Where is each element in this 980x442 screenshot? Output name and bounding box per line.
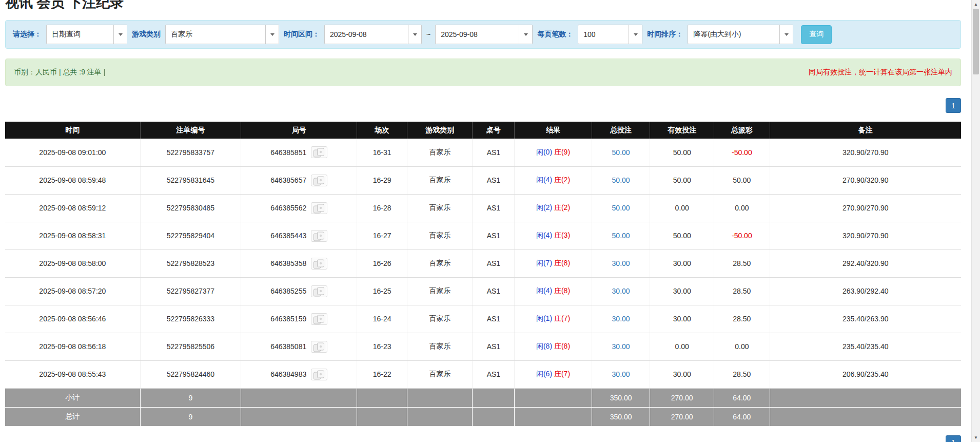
round-result-icon[interactable]: [311, 202, 327, 214]
date-from-input[interactable]: 2025-09-08: [324, 25, 422, 44]
cell-bet-id: 522795825506: [140, 333, 241, 360]
cell-note: 270.90/270.90: [770, 194, 961, 222]
cell-session: 16-27: [357, 222, 407, 249]
result-banker: 庄(7): [554, 314, 570, 322]
page-size-select[interactable]: 100: [578, 25, 642, 44]
cell-result: 闲(6) 庄(7): [515, 360, 592, 388]
cell-session: 16-23: [357, 333, 407, 360]
cell-table-id: AS1: [473, 277, 515, 305]
cell-payout: 28.50: [714, 277, 770, 305]
scrollbar-thumb[interactable]: [973, 9, 979, 74]
round-result-icon[interactable]: [311, 258, 327, 270]
page-title: 视讯 会员 下注纪录: [5, 0, 961, 9]
chevron-down-icon[interactable]: [779, 25, 793, 44]
cell-valid-bet: 50.00: [650, 166, 714, 194]
vertical-scrollbar[interactable]: ▲ ▼: [971, 0, 980, 442]
time-range-label: 时间区间：: [284, 30, 320, 39]
result-player: 闲(8): [536, 342, 552, 350]
cell-round: 646385851: [241, 139, 357, 166]
cell-session: 16-29: [357, 166, 407, 194]
round-result-icon[interactable]: [311, 341, 327, 353]
cell-time: 2025-09-08 08:56:18: [5, 333, 140, 360]
bet-record-row: 2025-09-08 08:56:46522795826333646385159…: [5, 305, 961, 333]
page-title-clip: 视讯 会员 下注纪录: [5, 0, 961, 9]
cell-game-type: 百家乐: [407, 333, 473, 360]
cell-round: 646385081: [241, 333, 357, 360]
cell-payout: 0.00: [714, 194, 770, 222]
scroll-up-icon[interactable]: ▲: [972, 0, 980, 9]
chevron-down-icon[interactable]: [408, 25, 421, 44]
sort-order-select[interactable]: 降幂(由大到小): [688, 25, 793, 44]
round-number: 646385562: [270, 204, 306, 212]
total-bet-link[interactable]: 50.00: [612, 204, 630, 212]
round-result-icon[interactable]: [311, 175, 327, 186]
cell-game-type: 百家乐: [407, 249, 473, 277]
chevron-down-icon[interactable]: [629, 25, 642, 44]
bet-record-row: 2025-09-08 08:59:12522795830485646385562…: [5, 194, 961, 222]
round-result-icon[interactable]: [311, 230, 327, 242]
cell-result: 闲(4) 庄(2): [515, 166, 592, 194]
cell-note: 263.90/292.40: [770, 277, 961, 305]
query-type-select[interactable]: 日期查询: [46, 25, 127, 44]
cell-payout: 28.50: [714, 305, 770, 333]
cell-bet-id: 522795830485: [140, 194, 241, 222]
pagination-top: 1: [5, 98, 961, 113]
cell-total-bet: 50.00: [592, 222, 650, 249]
total-bet-link[interactable]: 50.00: [612, 232, 630, 240]
result-player: 闲(0): [536, 148, 552, 156]
subtotal-row: 小计9350.00270.0064.00: [5, 388, 961, 407]
game-type-value: 百家乐: [166, 25, 265, 44]
sort-order-value: 降幂(由大到小): [688, 25, 779, 44]
cell-total-bet: 30.00: [592, 305, 650, 333]
round-result-icon[interactable]: [311, 369, 327, 380]
cell-result: 闲(4) 庄(8): [515, 277, 592, 305]
round-result-icon[interactable]: [311, 146, 327, 158]
bet-record-row: 2025-09-08 09:01:00522795833757646385851…: [5, 139, 961, 166]
grand-total-row: 总计9350.00270.0064.00: [5, 407, 961, 426]
result-player: 闲(6): [536, 370, 552, 378]
result-banker: 庄(7): [554, 370, 570, 378]
total-bet-link[interactable]: 30.00: [612, 370, 630, 378]
cell-time: 2025-09-08 08:56:46: [5, 305, 140, 333]
cell-total-bet: 30.00: [592, 249, 650, 277]
cell-note: 206.90/235.40: [770, 360, 961, 388]
cell-valid-bet: 30.00: [650, 249, 714, 277]
summary-payout: 64.00: [714, 388, 770, 407]
search-button[interactable]: 查询: [801, 25, 832, 44]
cell-note: 320.90/270.90: [770, 139, 961, 166]
total-bet-link[interactable]: 50.00: [612, 176, 630, 184]
cell-bet-id: 522795826333: [140, 305, 241, 333]
total-bet-link[interactable]: 30.00: [612, 342, 630, 351]
cell-time: 2025-09-08 08:59:12: [5, 194, 140, 222]
summary-count: 9: [140, 388, 241, 407]
chevron-down-icon[interactable]: [113, 25, 127, 44]
cell-total-bet: 30.00: [592, 277, 650, 305]
round-result-icon[interactable]: [311, 313, 327, 325]
column-header: 注单编号: [140, 122, 241, 139]
total-bet-link[interactable]: 30.00: [612, 259, 630, 267]
summary-count: 9: [140, 407, 241, 426]
column-header: 有效投注: [650, 122, 714, 139]
total-bet-link[interactable]: 50.00: [612, 148, 630, 157]
page-1-button[interactable]: 1: [946, 435, 961, 442]
cell-bet-id: 522795831645: [140, 166, 241, 194]
scroll-down-icon[interactable]: ▼: [972, 433, 980, 442]
round-result-icon[interactable]: [311, 285, 327, 297]
date-range-separator: ~: [426, 30, 430, 39]
chevron-down-icon[interactable]: [265, 25, 279, 44]
cell-bet-id: 522795833757: [140, 139, 241, 166]
total-bet-link[interactable]: 30.00: [612, 315, 630, 323]
total-bet-link[interactable]: 30.00: [612, 287, 630, 295]
page-container: 视讯 会员 下注纪录 请选择： 日期查询 游戏类别 百家乐 时间区间： 2025…: [0, 0, 971, 442]
game-type-select[interactable]: 百家乐: [165, 25, 279, 44]
page-1-button[interactable]: 1: [946, 98, 961, 113]
cell-total-bet: 50.00: [592, 166, 650, 194]
column-header: 局号: [241, 122, 357, 139]
date-to-value: 2025-09-08: [436, 25, 519, 44]
result-player: 闲(2): [536, 203, 552, 212]
result-player: 闲(4): [536, 176, 552, 184]
date-to-input[interactable]: 2025-09-08: [435, 25, 533, 44]
result-player: 闲(7): [536, 259, 552, 267]
chevron-down-icon[interactable]: [519, 25, 532, 44]
cell-time: 2025-09-08 08:59:48: [5, 166, 140, 194]
